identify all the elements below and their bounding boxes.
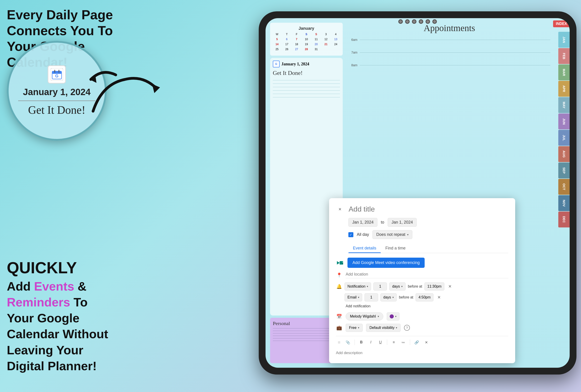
- description-input[interactable]: [336, 350, 508, 356]
- cal-day[interactable]: 18: [292, 42, 301, 46]
- time-label-6am: 6am: [348, 38, 357, 42]
- ipad-frame: INDEX JAN FEB MAR APR MAY JUN JUL AUG SE…: [259, 11, 577, 374]
- tab-jan[interactable]: JAN: [558, 32, 570, 48]
- cal-day[interactable]: 26: [282, 47, 291, 52]
- cal-day: [272, 52, 282, 53]
- underline-icon[interactable]: U: [377, 338, 384, 346]
- event-color-picker[interactable]: ▾: [387, 312, 399, 320]
- close-button[interactable]: ×: [336, 205, 344, 213]
- allday-checkbox[interactable]: ✓: [348, 232, 353, 237]
- date-from-pill[interactable]: Jan 1, 2024: [348, 218, 377, 227]
- calendar-owner[interactable]: Melody Wigdahl ▾: [346, 312, 383, 320]
- ruled-line: [273, 84, 340, 84]
- tab-nov[interactable]: NOV: [558, 195, 570, 211]
- spiral-ring: [412, 19, 417, 24]
- tab-feb[interactable]: FEB: [558, 48, 570, 64]
- cal-day[interactable]: 17: [282, 42, 291, 46]
- ordered-list-icon[interactable]: ≡: [390, 338, 398, 346]
- spiral-ring: [432, 19, 437, 24]
- notification-value-1[interactable]: [373, 282, 387, 290]
- remove-notification-2[interactable]: ✕: [436, 294, 442, 300]
- cal-day[interactable]: 7: [292, 37, 301, 42]
- chevron-down-icon: ▾: [401, 285, 403, 288]
- event-title-input[interactable]: [349, 205, 508, 213]
- notification-row-1: 🔔 Notification ▾ days ▾ before at 11:30p…: [336, 282, 508, 290]
- reminders-label: Reminders: [7, 295, 70, 309]
- italic-icon[interactable]: I: [367, 338, 375, 346]
- cal-day[interactable]: 10: [302, 37, 311, 42]
- chevron-down-icon: ▾: [407, 233, 409, 236]
- handwriting-text: Get It Done!: [273, 68, 340, 78]
- cal-day[interactable]: 25: [272, 47, 282, 52]
- popup-tabs: Event details Find a time: [348, 244, 508, 253]
- google-calendar-icon[interactable]: G: [273, 60, 280, 68]
- cal-day[interactable]: 14: [272, 42, 282, 46]
- cal-day[interactable]: 20: [312, 42, 321, 46]
- time-line: [360, 52, 550, 53]
- tab-jun[interactable]: JUN: [558, 114, 570, 130]
- before-at-label-2: before at: [399, 295, 413, 300]
- attach-icon[interactable]: 📎: [344, 338, 352, 346]
- cal-day[interactable]: 28: [302, 47, 311, 52]
- repeat-dropdown[interactable]: Does not repeat ▾: [372, 230, 412, 239]
- notification-value-2[interactable]: [365, 293, 378, 302]
- cal-day[interactable]: 13: [331, 37, 340, 42]
- calendar-without-label: Calendar Without: [7, 327, 108, 341]
- ruled-line: [273, 87, 340, 87]
- bold-icon[interactable]: B: [357, 338, 365, 346]
- leaving-your-label: Leaving Your: [7, 343, 83, 357]
- notification-time-1[interactable]: 11:30pm: [424, 282, 444, 290]
- notification-unit-2[interactable]: days ▾: [380, 293, 397, 302]
- tab-aug[interactable]: AUG: [558, 146, 570, 162]
- visibility-select[interactable]: Default visibility ▾: [366, 324, 401, 332]
- notification-type-2[interactable]: Email ▾: [345, 293, 362, 302]
- ruled-line: [273, 94, 340, 94]
- cal-day[interactable]: 31: [312, 47, 321, 52]
- add-meet-button[interactable]: Add Google Meet video conferencing: [347, 258, 425, 268]
- tab-find-a-time[interactable]: Find a time: [381, 244, 410, 253]
- cal-day: [331, 47, 340, 52]
- allday-row: ✓ All day Does not repeat ▾: [348, 230, 508, 239]
- notification-time-2[interactable]: 4:50pm: [416, 293, 434, 302]
- cal-day: [282, 52, 291, 53]
- chevron-down-icon: ▾: [378, 315, 379, 318]
- mini-calendar: January W T F S S 3 4 5 6 7 10: [270, 23, 343, 56]
- index-tab[interactable]: INDEX: [553, 20, 570, 27]
- remove-notification-1[interactable]: ✕: [447, 283, 453, 290]
- cal-day[interactable]: 27: [292, 47, 301, 52]
- toolbar-divider: [387, 340, 387, 345]
- cal-day[interactable]: 21: [321, 42, 331, 46]
- link-icon[interactable]: 🔗: [413, 338, 421, 346]
- cal-day[interactable]: 6: [282, 37, 291, 42]
- cal-day[interactable]: 5: [272, 37, 282, 42]
- remove-formatting-icon[interactable]: ✕: [422, 338, 430, 346]
- help-icon[interactable]: ?: [404, 325, 410, 331]
- tab-dec[interactable]: DEC: [558, 212, 570, 228]
- tab-event-details[interactable]: Event details: [348, 244, 381, 253]
- cal-day[interactable]: 24: [331, 42, 340, 46]
- notification-type-1[interactable]: Notification ▾: [345, 282, 371, 290]
- location-input[interactable]: [346, 272, 508, 278]
- time-slot-7am: 7am: [348, 50, 550, 54]
- tab-mar[interactable]: MAR: [558, 64, 570, 80]
- cal-day[interactable]: 11: [312, 37, 321, 42]
- notification-unit-1[interactable]: days ▾: [389, 282, 406, 290]
- cal-day[interactable]: 12: [321, 37, 331, 42]
- cal-day[interactable]: 19: [302, 42, 311, 46]
- month-tabs: JAN FEB MAR APR MAY JUN JUL AUG SEP OCT …: [558, 32, 570, 228]
- status-select[interactable]: Free ▾: [346, 324, 363, 332]
- zoom-google-icon: G: [48, 65, 66, 84]
- date-to-pill[interactable]: Jan 1, 2024: [388, 218, 417, 227]
- unordered-list-icon[interactable]: ≔: [399, 338, 407, 346]
- spiral-ring: [426, 19, 430, 24]
- cal-day[interactable]: 4: [331, 32, 340, 36]
- spiral-ring: [405, 19, 410, 24]
- tab-jul[interactable]: JUL: [558, 130, 570, 146]
- tab-oct[interactable]: OCT: [558, 179, 570, 195]
- cal-day[interactable]: 3: [321, 32, 331, 36]
- to-label: To: [70, 295, 88, 309]
- tab-apr[interactable]: APR: [558, 81, 570, 97]
- tab-sep[interactable]: SEP: [558, 162, 570, 178]
- add-notification-link[interactable]: Add notification: [346, 304, 508, 308]
- tab-may[interactable]: MAY: [558, 97, 570, 113]
